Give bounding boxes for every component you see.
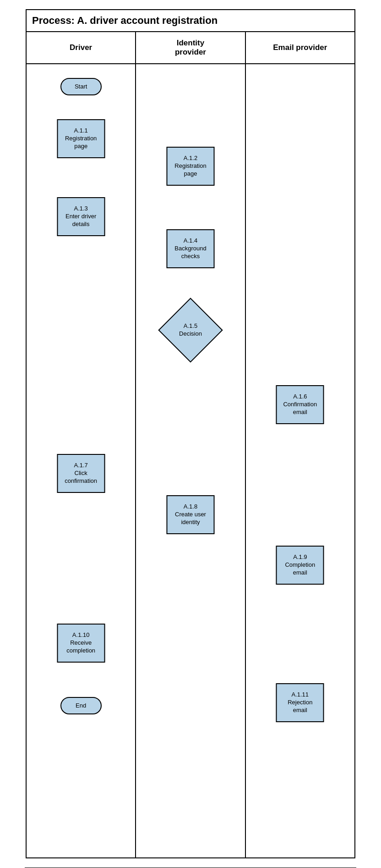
- lane-header-email: Email provider: [246, 32, 354, 64]
- a12-shape: A.1.2 Registration page: [166, 147, 214, 186]
- a111-shape: A.1.11 Rejection email: [276, 683, 324, 722]
- a13-shape: A.1.3 Enter driver details: [57, 197, 105, 236]
- a18-shape: A.1.8 Create user identity: [166, 495, 214, 534]
- a16-shape: A.1.6 Confirmation email: [276, 385, 324, 424]
- end-shape: End: [60, 697, 102, 714]
- diagram-page: Process: A. driver account registration …: [26, 9, 355, 858]
- lane-header-identity: Identity provider: [136, 32, 245, 64]
- lane-identity: Identity provider A.1.2 Registration pag…: [136, 32, 245, 857]
- page-title: Process: A. driver account registration: [27, 10, 354, 32]
- lane-body-email: A.1.6 Confirmation email A.1.9 Completio…: [246, 64, 354, 857]
- a19-shape: A.1.9 Completion email: [276, 546, 324, 585]
- lane-header-driver: Driver: [27, 32, 135, 64]
- lane-body-driver: Start A.1.1 Registration page A.1.3 Ente…: [27, 64, 135, 857]
- a15-diamond-wrapper: A.1.5 Decision: [163, 303, 218, 358]
- a14-shape: A.1.4 Background checks: [166, 229, 214, 268]
- a17-shape: A.1.7 Click confirmation: [57, 454, 105, 493]
- start-shape: Start: [60, 78, 102, 95]
- a15-label: A.1.5 Decision: [179, 322, 202, 338]
- lane-email: Email provider A.1.6 Confirmation email …: [246, 32, 354, 857]
- lane-body-identity: A.1.2 Registration page A.1.4 Background…: [136, 64, 245, 857]
- lane-driver: Driver Start A.1.1 Registration page A.1…: [27, 32, 136, 857]
- a11-shape: A.1.1 Registration page: [57, 119, 105, 158]
- a110-shape: A.1.10 Receive completion: [57, 624, 105, 663]
- swimlane-container: Driver Start A.1.1 Registration page A.1…: [27, 32, 354, 857]
